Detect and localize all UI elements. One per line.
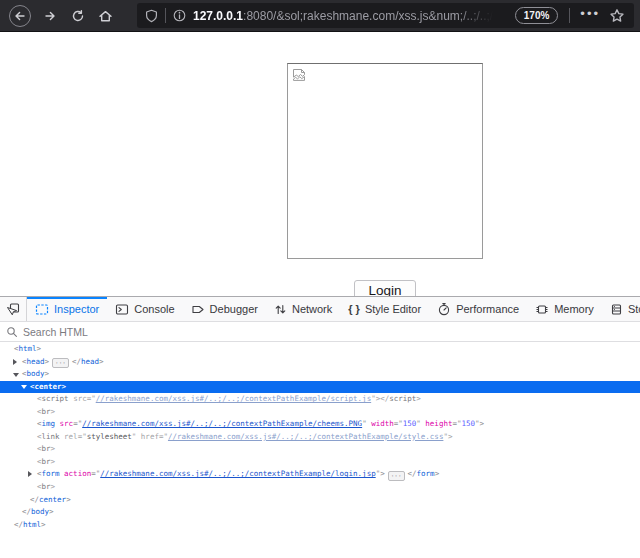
tab-label: Console: [134, 303, 174, 315]
markup-text: 150: [461, 419, 475, 428]
markup-text: ">: [443, 432, 452, 441]
url-path: :8080/&sol;rakeshmane.com/xss.js&num;/..…: [243, 9, 493, 23]
site-info-icon[interactable]: [173, 9, 186, 22]
markup-text: =": [91, 469, 100, 478]
markup-text: ": [132, 432, 141, 441]
broken-image-placeholder: [287, 63, 483, 259]
forward-button[interactable]: [43, 9, 57, 23]
tab-style-editor[interactable]: { }Style Editor: [340, 297, 429, 321]
collapse-arrow-icon[interactable]: [13, 373, 19, 380]
markup-text: "></: [371, 394, 389, 403]
braces-icon: { }: [348, 303, 360, 315]
markup-text: center: [35, 382, 62, 391]
devtools-tabbar: InspectorConsoleDebuggerNetwork{ }Style …: [0, 297, 640, 322]
markup-node-html-close[interactable]: </html>: [0, 519, 640, 532]
database-icon: [610, 303, 623, 316]
tracking-protection-shield-icon[interactable]: [145, 9, 158, 23]
urlbar-separator: [165, 8, 166, 23]
forward-arrow-icon: [43, 9, 57, 23]
markup-node-br-1[interactable]: <br>: [0, 406, 640, 419]
chip-icon: [535, 303, 549, 316]
page-actions-icon[interactable]: •••: [580, 6, 600, 21]
login-button[interactable]: Login: [354, 280, 416, 296]
collapsed-children-badge[interactable]: ···: [388, 471, 405, 481]
markup-text: ">: [475, 419, 484, 428]
reload-button[interactable]: [71, 9, 85, 23]
markup-view: <html><head>···</head><body><center><scr…: [0, 342, 640, 531]
markup-text: =": [87, 394, 96, 403]
zoom-level-button[interactable]: 170%: [515, 7, 559, 24]
collapse-arrow-icon[interactable]: [21, 385, 27, 392]
back-button[interactable]: [9, 5, 31, 27]
search-bar[interactable]: Search HTML: [0, 322, 640, 342]
tab-label: Memory: [554, 303, 594, 315]
expand-arrow-icon[interactable]: [28, 471, 35, 477]
url-domain: 127.0.0.1: [193, 9, 243, 23]
markup-text: html: [23, 520, 41, 529]
markup-text: =": [159, 432, 168, 441]
markup-text: //rakeshmane.com/xss.js#/..;/..;/context…: [82, 419, 362, 428]
markup-node-br-3[interactable]: <br>: [0, 456, 640, 469]
tab-memory[interactable]: Memory: [527, 297, 602, 321]
bookmark-star-icon[interactable]: [609, 8, 625, 24]
url-bar[interactable]: 127.0.0.1:8080/&sol;rakeshmane.com/xss.j…: [137, 3, 634, 28]
tab-performance[interactable]: Performance: [429, 297, 527, 321]
markup-text: =": [394, 419, 403, 428]
markup-node-html[interactable]: <html>: [0, 343, 640, 356]
markup-text: ">: [376, 469, 385, 478]
home-button[interactable]: [98, 9, 113, 23]
markup-text: >: [45, 369, 50, 378]
pick-element-button[interactable]: [0, 297, 27, 321]
markup-text: ": [416, 419, 425, 428]
markup-text: >: [51, 457, 56, 466]
search-input[interactable]: Search HTML: [23, 326, 88, 338]
expand-arrow-icon[interactable]: [13, 359, 20, 365]
markup-text: br: [42, 407, 51, 416]
tab-label: Network: [292, 303, 332, 315]
urlbar-separator-2: [569, 8, 570, 23]
network-icon: [274, 303, 287, 316]
markup-text: //rakeshmane.com/xss.js#/..;/..;/context…: [168, 432, 443, 441]
markup-text: stylesheet: [87, 432, 132, 441]
tab-network[interactable]: Network: [266, 297, 340, 321]
broken-image-icon: [292, 68, 306, 82]
markup-text: 150: [403, 419, 417, 428]
tab-debugger[interactable]: Debugger: [183, 297, 266, 321]
tab-storage[interactable]: Storage: [602, 297, 640, 321]
markup-text: br: [42, 482, 51, 491]
markup-node-img[interactable]: <img src="//rakeshmane.com/xss.js#/..;/.…: [0, 418, 640, 431]
tab-inspector[interactable]: Inspector: [27, 297, 107, 321]
markup-node-center-close[interactable]: </center>: [0, 494, 640, 507]
markup-text: script: [42, 394, 69, 403]
markup-node-body-close[interactable]: </body>: [0, 506, 640, 519]
markup-text: link: [42, 432, 60, 441]
markup-text: </: [14, 520, 23, 529]
markup-text: //rakeshmane.com/xss.js#/..;/..;/context…: [100, 469, 375, 478]
markup-text: >: [37, 344, 42, 353]
markup-node-link[interactable]: <link rel="stylesheet" href="//rakeshman…: [0, 431, 640, 444]
markup-node-center[interactable]: <center>: [0, 381, 640, 394]
markup-node-form[interactable]: <form action="//rakeshmane.com/xss.js#/.…: [0, 468, 640, 481]
markup-text: </: [408, 469, 417, 478]
collapsed-children-badge[interactable]: ···: [52, 358, 69, 368]
url-text: 127.0.0.1:8080/&sol;rakeshmane.com/xss.j…: [193, 9, 493, 23]
markup-node-body[interactable]: <body>: [0, 368, 640, 381]
tab-label: Style Editor: [365, 303, 421, 315]
markup-text: //rakeshmane.com/xss.js#/..;/..;/context…: [96, 394, 371, 403]
tab-console[interactable]: Console: [107, 297, 182, 321]
markup-node-script[interactable]: <script src="//rakeshmane.com/xss.js#/..…: [0, 393, 640, 406]
markup-node-br-4[interactable]: <br>: [0, 481, 640, 494]
markup-node-head[interactable]: <head>···</head>: [0, 356, 640, 369]
markup-text: width: [371, 419, 394, 428]
markup-text: href: [141, 432, 159, 441]
inspector-icon: [35, 303, 49, 316]
markup-text: </: [30, 495, 39, 504]
page-content: Login: [0, 33, 640, 296]
markup-text: form: [417, 469, 435, 478]
markup-node-br-2[interactable]: <br>: [0, 443, 640, 456]
markup-text: </: [72, 357, 81, 366]
markup-text: head: [81, 357, 99, 366]
markup-text: >: [49, 507, 54, 516]
home-icon: [98, 9, 113, 23]
markup-text: >: [62, 382, 67, 391]
